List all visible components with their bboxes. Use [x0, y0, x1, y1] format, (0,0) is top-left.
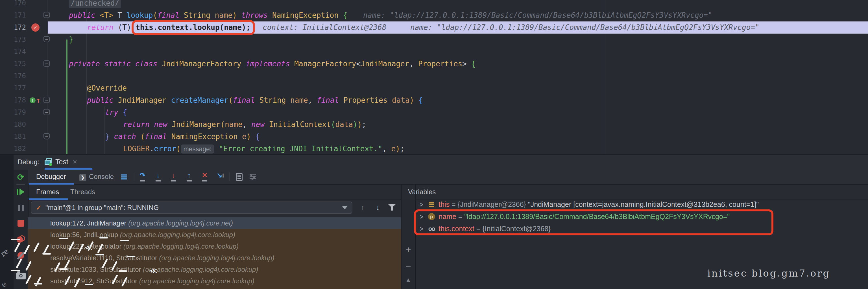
code-line[interactable]: 179−try {	[0, 106, 868, 119]
line-number[interactable]: 179	[0, 106, 26, 119]
code-text: try {	[105, 106, 127, 119]
variable-row[interactable]: >this = {JndiManager@2366} "JndiManager …	[416, 198, 868, 211]
stack-frame-row[interactable]: substitute:912, StrSubstitutor (org.apac…	[28, 275, 401, 287]
fold-marker-icon[interactable]: −	[43, 36, 50, 42]
pause-button[interactable]	[13, 205, 28, 212]
tab-test-session[interactable]: Test ×	[44, 155, 77, 169]
stack-frame-row[interactable]: substitute:1033, StrSubstitutor (org.apa…	[28, 264, 401, 275]
fold-marker-icon[interactable]: −	[43, 109, 50, 115]
tab-frames[interactable]: Frames	[36, 185, 59, 199]
chevron-right-icon[interactable]: >	[420, 224, 423, 233]
stop-icon	[18, 220, 24, 227]
code-text: /unchecked/	[69, 0, 121, 9]
variable-name: this	[438, 200, 450, 208]
line-number[interactable]: 170	[0, 0, 26, 9]
code-text: public <T> T lookup(final String name) t…	[69, 9, 347, 22]
line-number[interactable]: 181	[0, 131, 26, 143]
code-text: } catch (final NamingException e) {	[105, 131, 260, 143]
debugger-toolbar: Debugger ❯Console ↷ ↓ ↓ ↑ ✕ ↘I	[28, 170, 868, 185]
variable-value: {InitialContext@2368}	[482, 225, 551, 233]
drop-frame-icon: ✕	[200, 172, 210, 182]
stack-frame-row[interactable]: lookup:221, Interpolator (org.apache.log…	[28, 240, 401, 252]
code-line[interactable]: 172✓return (T) this.context.lookup(name)…	[0, 22, 868, 34]
variable-row[interactable]: >pname = "ldap://127.0.0.1:1389/Basic/Co…	[416, 211, 868, 223]
fold-marker-icon[interactable]: −	[43, 97, 50, 103]
debug-header: Debug: Test ×	[13, 155, 868, 170]
line-number[interactable]: 177	[0, 82, 26, 94]
variable-value: "ldap://127.0.0.1:1389/Basic/Command/Bas…	[464, 213, 730, 221]
equals-sign: =	[450, 200, 458, 208]
code-line[interactable]: 174	[0, 46, 868, 58]
tab-threads[interactable]: Threads	[70, 185, 95, 199]
line-number[interactable]: 174	[0, 46, 26, 58]
hide-frames-filter-button[interactable]	[386, 204, 398, 212]
window-edge-strip	[0, 155, 13, 289]
line-number[interactable]: 178	[0, 94, 26, 106]
step-out-button[interactable]: ↑	[183, 170, 195, 184]
line-number[interactable]: 173	[0, 34, 26, 46]
variable-row[interactable]: >oothis.context = {InitialContext@2368}	[416, 223, 868, 235]
line-number[interactable]: 182	[0, 143, 26, 154]
chevron-right-icon[interactable]: >	[420, 212, 423, 221]
run-to-cursor-button[interactable]: ↘I	[214, 170, 226, 184]
code-editor[interactable]: 170/unchecked/171−public <T> T lookup(fi…	[0, 0, 868, 154]
resume-icon	[17, 189, 25, 195]
step-into-button[interactable]: ↓	[152, 170, 164, 184]
close-icon[interactable]: ×	[73, 158, 77, 166]
variables-panel-header: Variables	[402, 185, 868, 200]
move-watch-up-button[interactable]: ▲	[402, 276, 415, 284]
code-line[interactable]: 176	[0, 70, 868, 82]
watch-glasses-icon: oo	[427, 225, 436, 232]
show-execution-point-icon[interactable]	[118, 170, 130, 184]
chevron-right-icon[interactable]: >	[420, 200, 423, 209]
remove-watch-button[interactable]: −	[402, 261, 415, 272]
tab-console[interactable]: ❯Console	[79, 170, 114, 184]
thread-dump-button[interactable]	[13, 272, 28, 280]
next-frame-button[interactable]: ↓	[372, 203, 384, 212]
stack-frame-row[interactable]: resolveVariable:1110, StrSubstitutor (or…	[28, 252, 401, 264]
inline-debug-hint: name: "ldap://127.0.0.1:1389/Basic/Comma…	[410, 22, 760, 34]
code-line[interactable]: 177@Override	[0, 82, 868, 94]
stack-frame-row[interactable]: lookup:56, JndiLookup (org.apache.loggin…	[28, 229, 401, 240]
previous-frame-button[interactable]: ↑	[356, 203, 369, 212]
code-line[interactable]: 180return new JndiManager(name, new Init…	[0, 119, 868, 131]
code-line[interactable]: 175−private static class JndiManagerFact…	[0, 58, 868, 70]
code-line[interactable]: 173−}	[0, 34, 868, 46]
stack-frame-row[interactable]: replace:467, StrSubstitutor (org.apache.…	[28, 287, 401, 289]
equals-sign: =	[474, 225, 483, 233]
layout-settings-button[interactable]	[247, 170, 259, 184]
divider	[135, 172, 135, 181]
code-line[interactable]: 182LOGGER.error(message: "Error creating…	[0, 143, 868, 154]
breakpoint-icon[interactable]: ✓	[31, 24, 39, 32]
variable-name: this.context	[438, 225, 474, 233]
implements-method-icon[interactable]: I	[30, 97, 36, 103]
code-line[interactable]: 178I↑−public JndiManager createManager(f…	[0, 94, 868, 106]
rerun-button[interactable]: ⟳	[13, 172, 28, 182]
fold-marker-icon[interactable]: −	[43, 133, 50, 139]
line-number[interactable]: 171	[0, 9, 26, 22]
resume-button[interactable]	[13, 189, 28, 195]
line-number[interactable]: 176	[0, 70, 26, 82]
code-line[interactable]: 181−} catch (final NamingException e) {	[0, 131, 868, 143]
thread-check-icon: ✓	[36, 204, 41, 212]
line-number[interactable]: 172	[0, 22, 26, 34]
tab-debugger[interactable]: Debugger	[36, 170, 66, 184]
line-number[interactable]: 175	[0, 58, 26, 70]
stack-frame-row[interactable]: lookup:172, JndiManager (org.apache.logg…	[28, 217, 401, 229]
filter-funnel-icon	[388, 204, 396, 211]
drop-frame-button[interactable]: ✕	[198, 170, 211, 184]
fold-marker-icon[interactable]: −	[43, 60, 50, 67]
fold-marker-icon[interactable]: −	[43, 12, 50, 18]
force-step-into-button[interactable]: ↓	[167, 170, 180, 184]
step-over-button[interactable]: ↷	[136, 170, 149, 184]
frame-location: lookup:56, JndiLookup	[50, 231, 120, 238]
add-watch-button[interactable]: +	[402, 244, 415, 255]
thread-selector[interactable]: ✓ "main"@1 in group "main": RUNNING	[31, 201, 352, 214]
stop-button[interactable]	[13, 220, 28, 227]
code-line[interactable]: 171−public <T> T lookup(final String nam…	[0, 9, 868, 22]
line-number[interactable]: 180	[0, 119, 26, 131]
evaluate-expression-button[interactable]	[233, 170, 245, 184]
code-line[interactable]: 170/unchecked/	[0, 0, 868, 9]
divider	[229, 172, 229, 181]
overrides-arrow-icon[interactable]: ↑	[36, 94, 41, 106]
